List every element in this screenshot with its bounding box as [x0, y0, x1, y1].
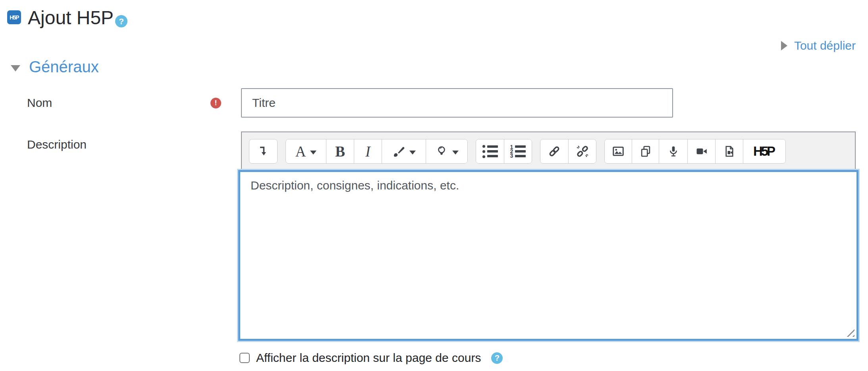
- toolbar-group-text: A B I: [285, 139, 468, 164]
- unordered-list-icon: [482, 145, 498, 158]
- toolbar-group-lists: 1 2 3: [476, 139, 532, 164]
- show-description-checkbox[interactable]: [239, 353, 250, 363]
- unlink-button[interactable]: [568, 139, 596, 163]
- highlight-button[interactable]: [426, 139, 467, 163]
- expand-all-link[interactable]: Tout déplier: [781, 39, 856, 52]
- unordered-list-button[interactable]: [476, 139, 504, 163]
- atto-editor: A B I: [241, 131, 856, 341]
- manage-files-button[interactable]: [632, 139, 659, 163]
- insert-media-button[interactable]: [715, 139, 743, 163]
- caret-down-icon: [409, 151, 416, 155]
- files-copy-icon: [639, 145, 652, 158]
- h5p-button-label: H5P: [753, 144, 775, 159]
- description-text: Description, consignes, indications, etc…: [251, 179, 459, 192]
- lightbulb-icon: [435, 145, 448, 158]
- name-input[interactable]: [241, 88, 673, 118]
- italic-button[interactable]: I: [354, 139, 382, 163]
- triangle-right-icon: [781, 41, 787, 50]
- expand-all-label[interactable]: Tout déplier: [794, 39, 856, 52]
- media-file-icon: [723, 145, 736, 158]
- resize-handle[interactable]: [845, 327, 854, 337]
- italic-label: I: [365, 143, 370, 160]
- name-field-row: Nom !: [0, 88, 673, 118]
- paragraph-styles-button[interactable]: A: [286, 139, 326, 163]
- toolbar-group-collapse: [249, 139, 278, 164]
- paragraph-styles-label: A: [295, 143, 306, 160]
- description-label: Description: [27, 138, 87, 151]
- paintbrush-icon: [392, 145, 405, 158]
- description-label-col: Description: [0, 131, 241, 341]
- caret-down-icon: [310, 151, 316, 155]
- required-icon: !: [210, 98, 221, 108]
- add-h5p-form-page: H5P Ajout H5P ? Tout déplier Généraux No…: [0, 0, 868, 371]
- record-video-button[interactable]: [687, 139, 715, 163]
- level-down-arrow-icon: [257, 145, 270, 158]
- page-title: Ajout H5P: [28, 6, 114, 29]
- insert-image-button[interactable]: [605, 139, 632, 163]
- toolbar-group-links: [540, 139, 596, 164]
- link-icon: [548, 145, 561, 158]
- ordered-list-button[interactable]: 1 2 3: [504, 139, 532, 163]
- text-color-button[interactable]: [382, 139, 426, 163]
- bold-button[interactable]: B: [326, 139, 354, 163]
- collapse-toolbar-button[interactable]: [249, 139, 277, 163]
- h5p-logo-icon: H5P: [7, 10, 21, 24]
- video-camera-icon: [695, 145, 708, 158]
- record-audio-button[interactable]: [659, 139, 687, 163]
- section-generaux-toggle[interactable]: Généraux: [11, 58, 99, 76]
- description-textarea[interactable]: Description, consignes, indications, etc…: [238, 170, 858, 341]
- ordered-list-icon: 1 2 3: [510, 145, 526, 158]
- triangle-down-icon: [11, 65, 20, 71]
- image-icon: [612, 145, 625, 158]
- section-title[interactable]: Généraux: [29, 58, 99, 76]
- caret-down-icon: [452, 151, 459, 155]
- bold-label: B: [335, 143, 345, 160]
- show-description-help-icon[interactable]: ?: [491, 352, 503, 364]
- toolbar-group-media: H5P: [604, 139, 786, 164]
- name-label: Nom: [27, 96, 52, 110]
- show-description-row: Afficher la description sur la page de c…: [239, 351, 503, 365]
- description-field-row: Description A: [0, 131, 856, 341]
- unlink-icon: [576, 145, 589, 158]
- insert-link-button[interactable]: [540, 139, 568, 163]
- editor-toolbar: A B I: [241, 131, 856, 170]
- show-description-label: Afficher la description sur la page de c…: [256, 351, 481, 365]
- page-header: H5P Ajout H5P ?: [7, 6, 127, 29]
- microphone-icon: [667, 145, 680, 158]
- name-label-col: Nom !: [0, 88, 241, 118]
- insert-h5p-button[interactable]: H5P: [743, 139, 785, 163]
- title-help-icon[interactable]: ?: [115, 15, 127, 27]
